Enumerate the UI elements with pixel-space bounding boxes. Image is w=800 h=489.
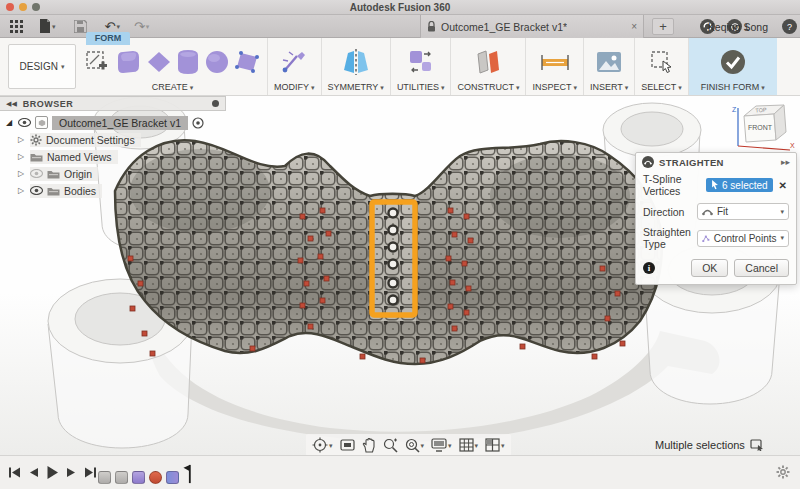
tree-item-document-settings[interactable]: ▷ Document Settings xyxy=(6,131,226,148)
straighten-type-dropdown[interactable]: Control Points ▾ xyxy=(697,230,789,247)
selection-set-icon[interactable] xyxy=(750,439,764,451)
utilities-group-label[interactable]: UTILITIES▾ xyxy=(397,82,445,92)
view-cube[interactable]: Z X TOP FRONT xyxy=(724,98,796,154)
construct-group-label[interactable]: CONSTRUCT▾ xyxy=(457,82,519,92)
ribbon-group-inspect: INSPECT▾ xyxy=(526,38,584,95)
viewcube-z-axis-label: Z xyxy=(732,106,737,113)
select-icon[interactable] xyxy=(649,49,675,75)
grid-snap-button[interactable]: ▾ xyxy=(459,438,479,452)
ribbon-group-construct: CONSTRUCT▾ xyxy=(451,38,526,95)
grid-icon xyxy=(459,438,474,452)
go-to-start-button[interactable] xyxy=(8,466,21,479)
new-form-icon[interactable] xyxy=(84,49,110,75)
tree-item-bodies[interactable]: ▷ Bodies xyxy=(6,182,226,199)
look-at-button[interactable] xyxy=(340,438,355,452)
construct-icon[interactable] xyxy=(472,48,504,76)
display-settings-button[interactable]: ▾ xyxy=(431,438,452,452)
ribbon-group-insert: INSERT▾ xyxy=(584,38,635,95)
dropdown-caret-icon: ▾ xyxy=(61,63,65,70)
plane-icon[interactable] xyxy=(146,50,172,74)
tree-item-named-views[interactable]: ▷ Named Views xyxy=(6,148,226,165)
root-component-label[interactable]: Outcome1_GE Bracket v1 xyxy=(52,116,188,130)
direction-dropdown[interactable]: Fit ▾ xyxy=(697,203,789,220)
measure-icon[interactable] xyxy=(539,50,571,74)
visibility-eye-icon[interactable] xyxy=(30,169,43,178)
finish-form-icon[interactable] xyxy=(719,48,747,76)
dialog-expand-icon[interactable]: ▸▸ xyxy=(781,157,790,167)
modify-group-label[interactable]: MODIFY▾ xyxy=(274,82,315,92)
viewcube-top-label[interactable]: TOP xyxy=(755,107,767,114)
info-icon[interactable]: i xyxy=(643,262,655,274)
activate-component-icon[interactable] xyxy=(192,117,204,129)
viewports-button[interactable]: ▾ xyxy=(485,438,505,452)
visibility-eye-icon[interactable] xyxy=(30,186,43,195)
dropdown-caret-icon: ▾ xyxy=(475,442,479,449)
timeline-feature-form[interactable] xyxy=(115,471,128,484)
timeline-feature-modify[interactable] xyxy=(149,471,162,484)
expanded-twisty-icon[interactable]: ◢ xyxy=(6,118,14,127)
tree-root-component[interactable]: ◢ Outcome1_GE Bracket v1 xyxy=(6,114,226,131)
panel-options-icon[interactable] xyxy=(212,100,219,107)
box-icon[interactable] xyxy=(113,47,143,77)
image-icon[interactable] xyxy=(595,50,623,74)
finish-form-group-label[interactable]: FINISH FORM▾ xyxy=(701,82,765,92)
question-icon: ? xyxy=(787,22,792,32)
symmetry-group-label[interactable]: SYMMETRY▾ xyxy=(328,82,384,92)
collapsed-twisty-icon[interactable]: ▷ xyxy=(18,135,26,144)
visibility-eye-icon[interactable] xyxy=(18,118,31,127)
pan-button[interactable] xyxy=(362,438,376,453)
orbit-button[interactable]: ▾ xyxy=(312,437,333,453)
new-tab-button[interactable]: + xyxy=(652,18,674,35)
viewcube-front-label[interactable]: FRONT xyxy=(748,124,773,131)
collapsed-twisty-icon[interactable]: ▷ xyxy=(18,152,26,161)
grid-icon xyxy=(10,20,23,33)
insert-group-label[interactable]: INSERT▾ xyxy=(590,82,628,92)
tab-form[interactable]: FORM xyxy=(86,32,130,45)
symmetry-icon[interactable] xyxy=(340,48,372,76)
document-tab[interactable]: Outcome1_GE Bracket v1* × xyxy=(420,15,644,38)
go-to-end-button[interactable] xyxy=(84,466,97,479)
ok-button[interactable]: OK xyxy=(691,259,728,277)
sphere-icon[interactable] xyxy=(204,49,230,75)
utilities-icon[interactable] xyxy=(406,48,436,76)
dropdown-caret-icon: ▾ xyxy=(311,84,315,91)
selection-status: Multiple selections xyxy=(655,439,764,451)
fit-button[interactable]: ▾ xyxy=(405,438,425,453)
redo-button[interactable]: ↷ ▾ xyxy=(130,17,153,36)
create-group-label[interactable]: CREATE▾ xyxy=(152,82,193,92)
collapse-panel-icon[interactable]: ◀◀ xyxy=(6,100,17,108)
timeline-feature-current[interactable] xyxy=(166,471,179,484)
ribbon-toolbar: DESIGN ▾ FORM CREATE▾ MODIFY▾ SYMMETRY▾ xyxy=(0,38,800,96)
timeline-settings-button[interactable] xyxy=(776,465,790,479)
inspect-group-label[interactable]: INSPECT▾ xyxy=(532,82,577,92)
workspace-selector-button[interactable]: DESIGN ▾ xyxy=(8,44,76,89)
tree-item-origin[interactable]: ▷ Origin xyxy=(6,165,226,182)
collapsed-twisty-icon[interactable]: ▷ xyxy=(18,186,26,195)
selected-vertices-chip[interactable]: 6 selected xyxy=(706,178,773,192)
help-button[interactable]: ? xyxy=(782,19,797,34)
user-account-button[interactable]: Keqing Song xyxy=(708,15,768,38)
select-group-label[interactable]: SELECT▾ xyxy=(641,82,682,92)
timeline-feature-form-edit[interactable] xyxy=(132,471,145,484)
face-icon[interactable] xyxy=(233,49,261,75)
step-back-button[interactable] xyxy=(28,466,39,479)
edit-form-icon[interactable] xyxy=(279,48,309,76)
collapsed-twisty-icon[interactable]: ▷ xyxy=(18,169,26,178)
clear-selection-icon[interactable]: ✕ xyxy=(777,180,789,191)
file-menu-button[interactable]: ▾ xyxy=(35,17,60,35)
browser-header[interactable]: ◀◀ BROWSER xyxy=(0,96,226,111)
play-button[interactable] xyxy=(46,465,59,480)
model-viewport[interactable]: Z X TOP FRONT ◀◀ BROWSER ◢ Outcome1_GE B… xyxy=(0,96,800,455)
timeline-feature-form[interactable] xyxy=(98,471,111,484)
cylinder-icon[interactable] xyxy=(175,48,201,76)
cancel-button[interactable]: Cancel xyxy=(734,259,789,277)
viewcube-x-axis-label: X xyxy=(790,142,795,149)
app-launcher-button[interactable] xyxy=(6,18,27,35)
close-tab-icon[interactable]: × xyxy=(631,21,637,32)
step-forward-button[interactable] xyxy=(66,466,77,479)
dialog-header[interactable]: STRAIGHTEN ▸▸ xyxy=(636,153,796,170)
dropdown-caret-icon: ▾ xyxy=(116,23,120,30)
timeline-playhead[interactable] xyxy=(183,464,193,484)
zoom-button[interactable] xyxy=(383,438,398,453)
ribbon-group-select: SELECT▾ xyxy=(635,38,689,95)
